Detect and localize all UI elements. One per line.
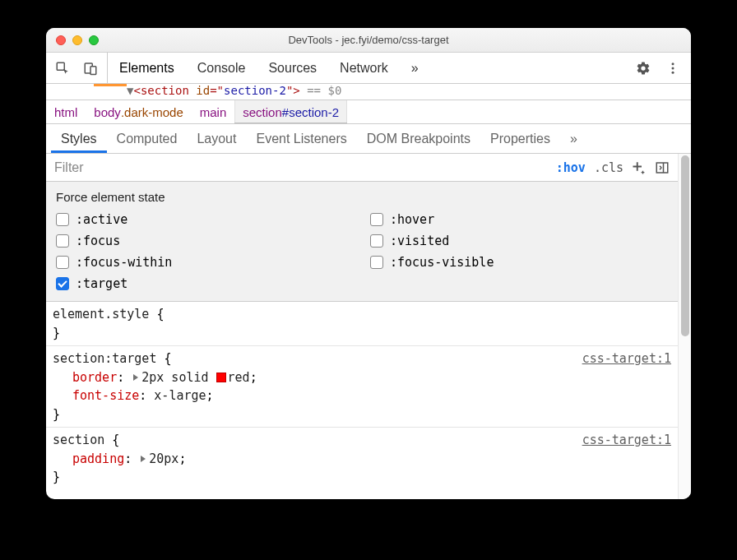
force-state-title: Force element state — [56, 190, 668, 204]
toggle-hov[interactable]: :hov — [556, 160, 586, 175]
sidebar-tabs: Styles Computed Layout Event Listeners D… — [46, 124, 691, 154]
toolbar-left — [46, 53, 108, 83]
state-hover[interactable]: :hover — [370, 212, 668, 227]
color-swatch[interactable] — [216, 373, 226, 382]
checkbox-icon[interactable] — [370, 213, 383, 226]
tab-elements[interactable]: Elements — [108, 53, 186, 83]
crumb-body[interactable]: body.dark-mode — [86, 100, 191, 123]
main-toolbar: Elements Console Sources Network » — [46, 53, 691, 84]
crumb-html[interactable]: html — [46, 100, 86, 123]
decl-font-size[interactable]: font-size: x-large; — [53, 386, 671, 405]
force-element-state: Force element state :active :hover :focu… — [46, 182, 678, 302]
window-title: DevTools - jec.fyi/demo/css-target — [46, 34, 691, 46]
devtools-window: DevTools - jec.fyi/demo/css-target Eleme… — [46, 28, 691, 499]
selection-highlight — [94, 84, 127, 86]
stab-properties[interactable]: Properties — [480, 124, 560, 153]
checkbox-icon[interactable] — [56, 256, 69, 269]
rule-source-link[interactable]: css-target:1 — [582, 431, 671, 450]
tab-console[interactable]: Console — [186, 53, 257, 83]
state-target[interactable]: :target — [56, 276, 354, 291]
styles-pane: :hov .cls Force element state :active :h… — [46, 154, 691, 499]
tab-network[interactable]: Network — [328, 53, 400, 83]
tab-sources[interactable]: Sources — [257, 53, 328, 83]
svg-rect-2 — [90, 66, 96, 74]
kebab-menu-icon[interactable] — [665, 60, 681, 76]
state-focus-visible[interactable]: :focus-visible — [370, 255, 668, 270]
maximize-icon[interactable] — [89, 35, 99, 45]
inspect-icon[interactable] — [54, 60, 71, 76]
new-style-rule-icon[interactable] — [632, 160, 647, 175]
expand-icon[interactable] — [133, 374, 138, 381]
scrollbar-thumb[interactable] — [681, 155, 689, 336]
checkbox-icon[interactable] — [370, 256, 383, 269]
device-toggle-icon[interactable] — [82, 60, 99, 76]
state-focus-within[interactable]: :focus-within — [56, 255, 354, 270]
rule-element-style[interactable]: element.style { } — [46, 302, 678, 346]
stab-event-listeners[interactable]: Event Listeners — [246, 124, 356, 153]
stab-dom-breakpoints[interactable]: DOM Breakpoints — [357, 124, 480, 153]
stab-overflow[interactable]: » — [560, 124, 587, 153]
filter-input[interactable] — [46, 154, 548, 181]
filter-row: :hov .cls — [46, 154, 678, 182]
toolbar-right — [625, 60, 691, 76]
crumb-main[interactable]: main — [192, 100, 235, 123]
state-grid: :active :hover :focus :visited :focus-wi… — [56, 212, 668, 291]
checkbox-icon[interactable] — [56, 213, 69, 226]
checkbox-icon[interactable] — [370, 234, 383, 248]
stab-styles[interactable]: Styles — [51, 124, 107, 153]
dom-tree-row[interactable]: ▼<section id="section-2"> == $0 — [46, 84, 691, 100]
checkbox-icon[interactable] — [56, 234, 69, 248]
state-visited[interactable]: :visited — [370, 234, 668, 248]
crumb-section[interactable]: section#section-2 — [234, 100, 347, 123]
computed-sidebar-toggle-icon[interactable] — [655, 160, 670, 175]
expand-icon[interactable] — [141, 456, 146, 462]
rule-section-target[interactable]: css-target:1 section:target { border: 2p… — [46, 346, 678, 428]
svg-point-4 — [672, 67, 674, 69]
state-focus[interactable]: :focus — [56, 234, 354, 248]
decl-padding[interactable]: padding: 20px; — [53, 450, 671, 469]
svg-rect-6 — [656, 163, 668, 173]
titlebar: DevTools - jec.fyi/demo/css-target — [46, 28, 691, 53]
svg-point-5 — [672, 71, 674, 73]
rule-section[interactable]: css-target:1 section { padding: 20px; } — [46, 428, 678, 490]
filter-actions: :hov .cls — [548, 160, 678, 175]
tabs-overflow[interactable]: » — [400, 53, 430, 83]
styles-content: :hov .cls Force element state :active :h… — [46, 154, 678, 499]
stab-layout[interactable]: Layout — [187, 124, 246, 153]
state-active[interactable]: :active — [56, 212, 354, 227]
decl-border[interactable]: border: 2px solid red; — [53, 368, 671, 387]
toggle-cls[interactable]: .cls — [594, 160, 623, 175]
stab-computed[interactable]: Computed — [107, 124, 188, 153]
breadcrumbs: html body.dark-mode main section#section… — [46, 100, 691, 124]
settings-icon[interactable] — [635, 60, 651, 76]
rule-source-link[interactable]: css-target:1 — [582, 349, 671, 368]
svg-point-3 — [672, 62, 674, 65]
close-icon[interactable] — [56, 35, 66, 45]
minimize-icon[interactable] — [72, 35, 82, 45]
scrollbar[interactable] — [678, 154, 691, 499]
main-tabs: Elements Console Sources Network » — [108, 53, 430, 83]
window-controls — [46, 35, 99, 45]
checkbox-icon[interactable] — [56, 277, 69, 290]
